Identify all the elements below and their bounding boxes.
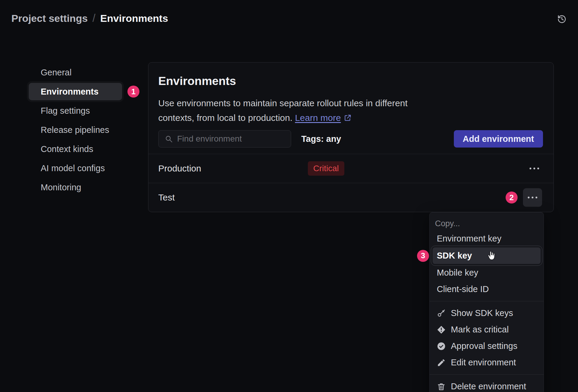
sidebar-item-ai-model-configs[interactable]: AI model configs bbox=[29, 159, 122, 178]
breadcrumb: Project settings / Environments bbox=[11, 12, 168, 25]
step-badge-1: 1 bbox=[127, 86, 139, 98]
sidebar-item-label: General bbox=[41, 68, 72, 78]
menu-item-label: Approval settings bbox=[451, 341, 517, 351]
panel-controls: Tags: any Add environment bbox=[158, 129, 543, 149]
sidebar-item-label: Context kinds bbox=[41, 144, 93, 154]
pencil-icon bbox=[437, 358, 446, 367]
menu-item-label: Mobile key bbox=[437, 268, 478, 278]
sidebar-item-release-pipelines[interactable]: Release pipelines bbox=[29, 120, 122, 139]
overflow-menu-button[interactable] bbox=[523, 188, 542, 207]
environment-row-production: Production Critical bbox=[148, 154, 553, 183]
breadcrumb-project-settings[interactable]: Project settings bbox=[11, 13, 88, 24]
menu-item-label: Environment key bbox=[437, 234, 501, 244]
external-link-icon bbox=[344, 112, 352, 119]
menu-item-show-sdk-keys[interactable]: Show SDK keys bbox=[430, 305, 544, 321]
page-title: Environments bbox=[100, 13, 168, 24]
environments-list: Production Critical Test 2 bbox=[148, 154, 553, 212]
menu-item-mobile-key[interactable]: Mobile key bbox=[430, 265, 544, 281]
menu-item-label: Client-side ID bbox=[437, 284, 489, 294]
sidebar-item-flag-settings[interactable]: Flag settings bbox=[29, 101, 122, 120]
approval-seal-icon bbox=[437, 342, 446, 351]
sidebar-item-label: Release pipelines bbox=[41, 125, 109, 135]
environment-row-test: Test 2 bbox=[148, 183, 553, 212]
environment-name: Production bbox=[158, 163, 308, 174]
sidebar-item-label: AI model configs bbox=[41, 163, 105, 173]
panel-description-text: Use environments to maintain separate ro… bbox=[158, 98, 407, 123]
sidebar-item-label: Environments bbox=[41, 87, 98, 97]
menu-item-label: Edit environment bbox=[451, 358, 516, 367]
key-icon bbox=[437, 309, 446, 318]
settings-sidebar: General Environments 1 Flag settings Rel… bbox=[29, 63, 122, 197]
sidebar-item-monitoring[interactable]: Monitoring bbox=[29, 178, 122, 197]
menu-divider bbox=[430, 301, 544, 301]
search-input[interactable] bbox=[177, 130, 291, 147]
panel-title: Environments bbox=[158, 75, 236, 88]
sidebar-item-label: Monitoring bbox=[41, 183, 81, 192]
environment-name: Test bbox=[158, 192, 308, 203]
menu-item-label: Show SDK keys bbox=[451, 308, 513, 318]
step-badge-2: 2 bbox=[506, 192, 518, 203]
menu-item-label: Delete environment bbox=[451, 382, 526, 391]
menu-item-label: SDK key bbox=[437, 251, 472, 261]
menu-item-sdk-key[interactable]: 3 SDK key bbox=[433, 247, 541, 264]
environment-search bbox=[158, 130, 291, 148]
sidebar-item-environments[interactable]: Environments 1 bbox=[29, 83, 122, 100]
environments-panel: Environments Use environments to maintai… bbox=[148, 62, 554, 212]
tags-filter[interactable]: Tags: any bbox=[301, 134, 341, 144]
menu-item-delete-environment[interactable]: Delete environment bbox=[430, 378, 544, 392]
sidebar-item-general[interactable]: General bbox=[29, 63, 122, 82]
overflow-menu-icon[interactable] bbox=[527, 163, 542, 174]
menu-item-mark-as-critical[interactable]: Mark as critical bbox=[430, 321, 544, 338]
sidebar-item-context-kinds[interactable]: Context kinds bbox=[29, 139, 122, 159]
menu-item-environment-key[interactable]: Environment key bbox=[430, 230, 544, 247]
menu-divider bbox=[430, 374, 544, 375]
menu-item-client-side-id[interactable]: Client-side ID bbox=[430, 281, 544, 297]
panel-description: Use environments to maintain separate ro… bbox=[158, 96, 442, 125]
menu-item-edit-environment[interactable]: Edit environment bbox=[430, 354, 544, 371]
step-badge-3: 3 bbox=[417, 250, 429, 262]
search-icon bbox=[165, 135, 173, 143]
critical-diamond-icon bbox=[437, 325, 446, 334]
add-environment-button[interactable]: Add environment bbox=[454, 130, 543, 148]
environment-context-menu: Copy... Environment key 3 SDK key Mobile… bbox=[429, 212, 544, 392]
menu-item-approval-settings[interactable]: Approval settings bbox=[430, 338, 544, 354]
menu-item-label: Mark as critical bbox=[451, 325, 509, 335]
history-icon[interactable] bbox=[556, 13, 568, 25]
learn-more-link[interactable]: Learn more bbox=[295, 113, 341, 123]
critical-badge: Critical bbox=[308, 161, 344, 176]
trash-icon bbox=[437, 382, 446, 391]
breadcrumb-separator: / bbox=[92, 12, 95, 25]
sidebar-item-label: Flag settings bbox=[41, 106, 90, 116]
menu-section-label: Copy... bbox=[430, 217, 544, 230]
